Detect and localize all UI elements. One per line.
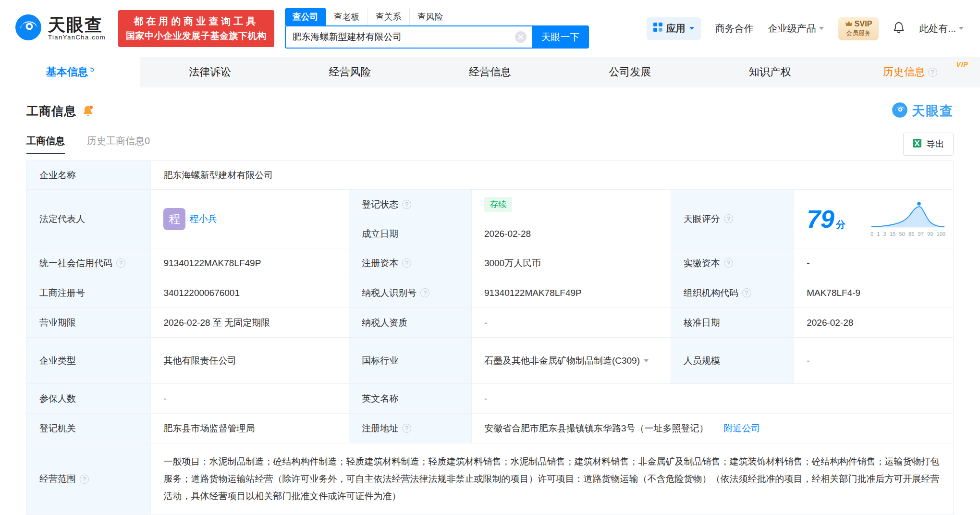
credit-code-label: 统一社会信用代码 ? [27,248,151,278]
address-label-text: 注册地址 [362,422,398,435]
tab-basic-info-count: 5 [90,65,94,73]
excel-icon [912,138,922,150]
export-button[interactable]: 导出 [903,133,954,156]
english-name-label: 英文名称 [349,384,472,414]
search-button[interactable]: 天眼一下 [532,25,589,49]
industry-text: 石墨及其他非金属矿物制品制造 [484,356,612,366]
notification-bell-icon[interactable] [893,21,905,36]
insured-label: 参保人数 [27,384,151,414]
help-icon[interactable]: ? [724,214,733,223]
reg-status-label-text: 登记状态 [362,198,398,211]
address-value: 安徽省合肥市肥东县撮镇镇东华路3号（一址多照登记） 附近公司 [472,414,954,443]
legal-rep-link[interactable]: 程小兵 [189,213,217,225]
table-row: 企业名称 肥东海螺新型建材有限公司 [27,161,954,190]
enterprise-products-menu[interactable]: 企业级产品 [768,22,824,35]
taxpayer-quality-label: 纳税人资质 [349,308,472,338]
address-text: 安徽省合肥市肥东县撮镇镇东华路3号（一址多照登记） [484,422,709,435]
help-icon[interactable]: ? [928,68,937,77]
reg-status-value: 存续 [472,190,671,220]
help-icon[interactable]: ? [402,200,411,209]
reg-authority-value: 肥东县市场监督管理局 [151,414,349,443]
promo-banner: 都在用的商业查询工具 国家中小企业发展子基金旗下机构 [118,10,274,47]
tab-risk-label: 经营风险 [329,65,371,79]
apps-label: 应用 [666,22,686,35]
crown-icon [845,20,853,28]
subtab-business-info[interactable]: 工商信息 [26,135,65,154]
tab-basic-info[interactable]: 基本信息 5 [0,57,140,87]
clear-search-icon[interactable] [515,31,527,43]
approval-date-label: 核准日期 [671,308,795,338]
search-tab-company[interactable]: 查公司 [285,8,326,25]
reg-capital-label: 注册资本 ? [349,248,472,278]
scope-label: 经营范围 ? [27,443,151,515]
watermark-logo-icon [892,102,908,120]
scope-label-text: 经营范围 [39,473,76,485]
tab-operating-info[interactable]: 经营信息 [420,57,560,87]
enterprise-products-label: 企业级产品 [768,22,816,35]
brand-domain: TianYanCha.com [48,34,106,41]
subtab-history-label: 历史工商信息 [87,135,145,146]
tab-intellectual-property[interactable]: 知识产权 [700,57,840,87]
chevron-down-icon[interactable] [644,359,649,362]
tab-operating-risk[interactable]: 经营风险 [280,57,420,87]
subtab-history-business-info[interactable]: 历史工商信息0 [87,135,150,154]
help-icon[interactable]: ? [116,258,125,268]
table-row: 工商注册号 340122000676001 纳税人识别号 ? 91340122M… [27,278,954,308]
chevron-down-icon [959,27,964,30]
legal-rep-label: 法定代表人 [27,190,151,248]
business-info-table: 企业名称 肥东海螺新型建材有限公司 法定代表人 程 程小兵 登记状态 ? 存续 … [26,160,954,515]
reg-status-label: 登记状态 ? [349,190,472,220]
tianyancha-logo-icon [14,13,42,43]
help-icon[interactable]: ? [420,288,429,297]
tab-history-info[interactable]: VIP 历史信息 ? [840,57,980,87]
help-icon[interactable]: ? [80,475,89,484]
subtab-row: 工商信息 历史工商信息0 导出 [26,133,954,156]
company-type-label: 企业类型 [27,338,151,384]
taxpayer-id-label: 纳税人识别号 ? [349,278,472,308]
chevron-down-icon [819,27,824,30]
apps-grid-icon [653,23,662,34]
org-code-value: MAK78LF4-9 [794,278,954,308]
tab-company-development[interactable]: 公司发展 [560,57,700,87]
help-icon[interactable]: ? [402,258,411,268]
nearby-companies-link[interactable]: 附近公司 [723,422,760,435]
search-tab-boss[interactable]: 查老板 [326,8,368,25]
help-icon[interactable]: ? [402,424,411,433]
taxpayer-id-label-text: 纳税人识别号 [362,287,416,299]
reg-number-value: 340122000676001 [151,278,349,308]
search-tab-risk[interactable]: 查风险 [409,8,451,25]
industry-code: (C309) [612,356,640,366]
promo-line2: 国家中小企业发展子基金旗下机构 [126,30,267,42]
export-label: 导出 [926,138,944,150]
tab-history-label: 历史信息 [883,65,925,79]
search-input-wrap [285,25,532,49]
brand-logo[interactable]: 天眼查 TianYanCha.com [14,13,106,43]
apps-button[interactable]: 应用 [647,17,701,40]
business-coop-link[interactable]: 商务合作 [715,22,754,35]
search-tab-relation[interactable]: 查关系 [368,8,409,25]
section-title: 工商信息 [26,103,76,119]
paid-capital-label-text: 实缴资本 [684,257,720,270]
reg-capital-label-text: 注册资本 [362,257,398,270]
subscribe-bell-icon[interactable] [82,105,94,117]
paid-capital-label: 实缴资本 ? [671,248,795,278]
vip-badge: VIP [956,61,968,68]
company-name-label: 企业名称 [27,161,151,190]
svip-membership-button[interactable]: SVIP 会员服务 [838,17,879,40]
subtab-history-count: 0 [145,135,150,146]
industry-value: 石墨及其他非金属矿物制品制造(C309) [472,338,671,384]
account-menu[interactable]: 此处有... [919,22,964,35]
chevron-down-icon [689,27,694,30]
help-icon[interactable]: ? [724,258,733,268]
scope-value: 一般项目：水泥制品制造；砼结构构件制造；轻质建筑材料制造；轻质建筑材料销售；水泥… [151,443,953,515]
org-code-label: 组织机构代码 ? [671,278,795,308]
table-row: 企业类型 其他有限责任公司 国标行业 石墨及其他非金属矿物制品制造(C309) … [27,338,954,384]
score-value: 79 分 0131550859799100 [794,190,954,248]
company-nav-tabs: 基本信息 5 法律诉讼 经营风险 经营信息 公司发展 知识产权 VIP 历史信息… [0,57,980,87]
help-icon[interactable]: ? [742,288,751,297]
credit-code-label-text: 统一社会信用代码 [39,256,112,271]
tab-legal-proceedings[interactable]: 法律诉讼 [140,57,280,87]
search-input[interactable] [293,32,515,42]
credit-code-value: 91340122MAK78LF49P [151,248,349,278]
table-row: 经营范围 ? 一般项目：水泥制品制造；砼结构构件制造；轻质建筑材料制造；轻质建筑… [27,443,954,515]
